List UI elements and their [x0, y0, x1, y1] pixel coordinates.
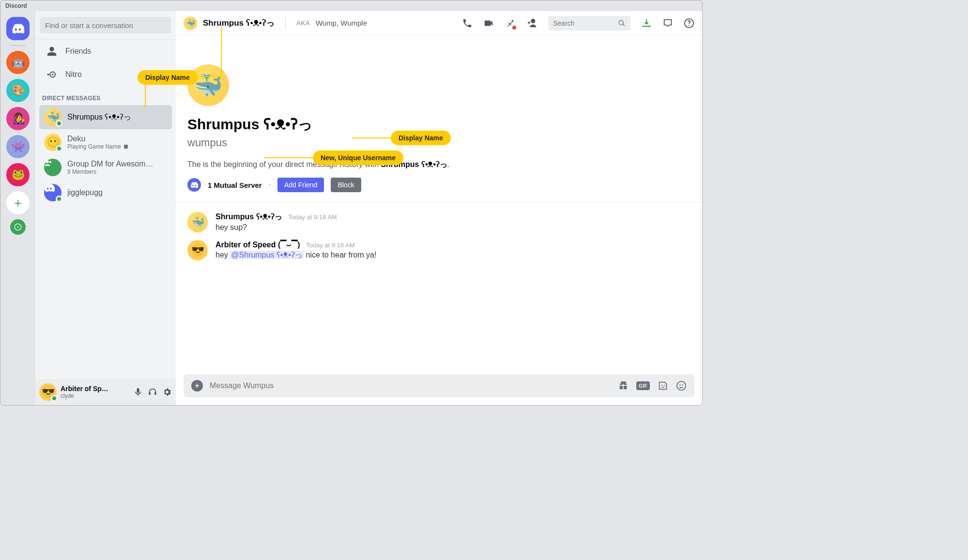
titlebar: Discord [0, 0, 702, 11]
mutual-servers-text[interactable]: 1 Mutual Server [208, 181, 262, 189]
search-icon [618, 19, 626, 27]
annotation-callout: Display Name [391, 131, 451, 145]
inbox-icon[interactable] [662, 18, 673, 29]
help-icon[interactable] [684, 18, 694, 29]
annotation-line [221, 27, 222, 76]
dm-profile-header: 🐳 Shrumpus ʕ•ᴥ•ʔっ wumpus The is the begi… [176, 35, 702, 202]
svg-point-4 [46, 160, 49, 163]
mention[interactable]: @Shrumpus ʕ•ᴥ•ʔっ [230, 251, 304, 259]
svg-point-10 [677, 381, 686, 390]
block-button[interactable]: Block [331, 178, 361, 192]
discord-logo-icon [44, 184, 55, 192]
avatar [44, 159, 61, 176]
gif-button[interactable]: GIF [636, 381, 650, 390]
annotation-line [145, 84, 146, 108]
aka-label: AKA [296, 19, 310, 27]
search-input[interactable] [553, 19, 611, 27]
dot-separator: • [269, 182, 271, 188]
app-title: Discord [5, 2, 27, 9]
dm-name: Deku [67, 135, 129, 143]
chat-main: 🐳 Shrumpus ʕ•ᴥ•ʔっ AKA Wump, Wumple [176, 11, 702, 405]
dm-home-button[interactable] [6, 17, 30, 40]
message-author[interactable]: Arbiter of Speed (▔⌣▔) [215, 241, 300, 249]
dm-subtext: Playing Game Name [67, 143, 129, 150]
avatar: 😶 [44, 134, 61, 151]
server-item[interactable]: 🎨 [6, 79, 30, 102]
compass-icon [14, 223, 22, 231]
self-display-name: Arbiter of Sp… [61, 385, 129, 393]
dm-item-deku[interactable]: 😶 Deku Playing Game Name [39, 130, 172, 154]
message-body: hey sup? [215, 223, 337, 232]
message-author[interactable]: Shrumpus ʕ•ᴥ•ʔっ [215, 212, 282, 221]
dm-intro-text: The is the beginning of your direct mess… [187, 160, 691, 170]
dm-name: Shrumpus ʕ•ᴥ•ʔっ [67, 112, 131, 122]
user-panel: 😎 Arbiter of Sp… clyde [35, 379, 176, 405]
find-conversation-input[interactable] [40, 17, 171, 33]
svg-point-12 [682, 384, 683, 385]
svg-point-9 [664, 385, 665, 386]
composer-input[interactable] [210, 381, 611, 390]
svg-point-2 [52, 74, 54, 76]
sidebar-item-label: Nitro [65, 70, 82, 79]
message: 😎 Arbiter of Speed (▔⌣▔) Today at 9:18 A… [187, 240, 691, 260]
server-item[interactable]: 👾 [6, 135, 30, 158]
message-composer: + GIF [184, 374, 694, 397]
server-item[interactable]: 👩‍🎤 [6, 107, 30, 130]
self-username: clyde [61, 393, 129, 399]
svg-point-11 [679, 384, 680, 385]
dm-item-group[interactable]: Group DM for Awesom… 9 Members [39, 155, 172, 180]
message-avatar[interactable]: 🐳 [187, 212, 208, 232]
attach-button[interactable]: + [191, 380, 203, 392]
pinned-messages-icon[interactable] [505, 18, 515, 29]
friends-icon [46, 46, 58, 57]
add-friend-button[interactable]: Add Friend [277, 178, 324, 192]
dm-name: jigglepugg [67, 188, 103, 197]
svg-point-7 [689, 25, 690, 26]
svg-rect-3 [124, 145, 128, 149]
dm-item-jigglepugg[interactable]: jigglepugg [39, 181, 172, 205]
annotation-callout: New, Unique Username [313, 151, 403, 165]
mutual-server-icon[interactable] [187, 178, 201, 192]
search-box[interactable] [548, 16, 630, 30]
dm-item-shrumpus[interactable]: 🐳 Shrumpus ʕ•ᴥ•ʔっ [39, 105, 172, 129]
dm-section-header: DIRECT MESSAGES [35, 86, 176, 105]
gift-icon[interactable] [618, 380, 629, 391]
voice-call-icon[interactable] [462, 18, 473, 29]
aka-value: Wump, Wumple [316, 19, 367, 27]
inbox-download-icon[interactable] [641, 18, 652, 29]
annotation-line [352, 137, 392, 138]
add-server-button[interactable]: + [6, 191, 30, 214]
avatar [44, 184, 61, 201]
chat-header: 🐳 Shrumpus ʕ•ᴥ•ʔっ AKA Wump, Wumple [176, 11, 702, 35]
server-item[interactable]: 🐸 [6, 163, 30, 186]
discord-logo-icon [12, 24, 24, 33]
mic-icon[interactable] [133, 387, 143, 397]
annotation-line [264, 157, 314, 158]
emoji-icon[interactable] [676, 380, 687, 391]
message-avatar[interactable]: 😎 [187, 240, 208, 260]
server-item[interactable]: 🤖 [6, 51, 30, 74]
explore-servers-button[interactable] [10, 219, 26, 235]
headphones-icon[interactable] [148, 387, 157, 397]
settings-gear-icon[interactable] [162, 387, 172, 397]
avatar: 🐳 [44, 108, 61, 126]
annotation-callout: Display Name [138, 70, 198, 85]
message-body: hey @Shrumpus ʕ•ᴥ•ʔっ nice to hear from y… [215, 250, 376, 260]
sidebar-item-friends[interactable]: Friends [39, 41, 172, 62]
svg-point-8 [661, 385, 662, 386]
message-list: 🐳 Shrumpus ʕ•ᴥ•ʔっ Today at 9:18 AM hey s… [176, 202, 702, 278]
video-call-icon[interactable] [483, 18, 494, 29]
svg-point-5 [49, 161, 52, 164]
server-rail: 🤖 🎨 👩‍🎤 👾 🐸 + [0, 11, 35, 405]
dm-name: Group DM for Awesom… [67, 160, 154, 168]
message: 🐳 Shrumpus ʕ•ᴥ•ʔっ Today at 9:18 AM hey s… [187, 212, 691, 232]
divider [285, 17, 286, 29]
message-timestamp: Today at 9:18 AM [288, 213, 337, 221]
sticker-icon[interactable] [658, 380, 668, 391]
chat-header-avatar: 🐳 [184, 16, 197, 30]
nitro-icon [46, 69, 58, 80]
self-avatar[interactable]: 😎 [39, 383, 57, 401]
dm-subtext: 9 Members [67, 168, 154, 175]
sidebar-item-label: Friends [65, 47, 91, 56]
add-friends-icon[interactable] [526, 18, 538, 29]
